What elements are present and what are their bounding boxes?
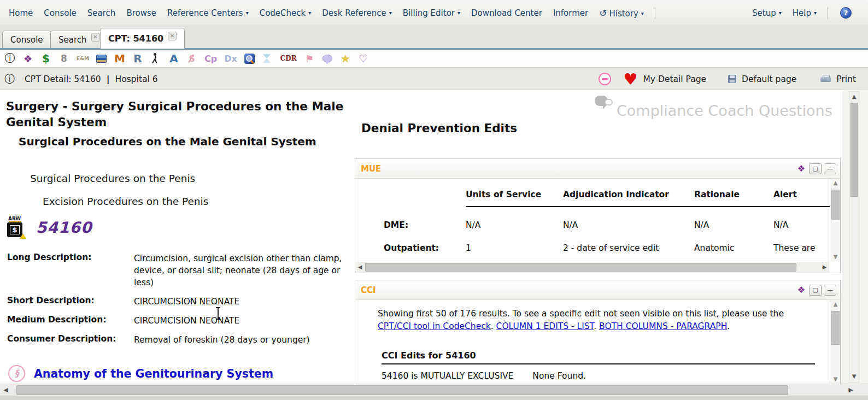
- puzzle-piece-icon[interactable]: ❖: [22, 52, 33, 65]
- quality-heart-icon[interactable]: ♡: [358, 52, 369, 65]
- maximize-panel-button[interactable]: ▢: [809, 163, 822, 174]
- scroll-left-icon[interactable]: ◀: [1, 384, 10, 396]
- section-heading: Surgical Procedures on the Male Genital …: [19, 134, 325, 149]
- cpt-cci-tool-link[interactable]: CPT/CCI tool in CodeCheck: [378, 321, 491, 331]
- scrollbar-thumb[interactable]: [851, 103, 858, 197]
- anatomy-icon[interactable]: §: [8, 365, 25, 382]
- puzzle-piece-icon[interactable]: ❖: [797, 163, 805, 174]
- tab-search[interactable]: Search: [50, 31, 108, 49]
- chevron-down-icon: ▾: [779, 10, 782, 16]
- table-cell: Anatomic: [694, 230, 773, 253]
- nav-desk-reference[interactable]: Desk Reference▾: [316, 8, 397, 18]
- table-cell: N/A: [694, 207, 773, 230]
- heart-favorite-icon[interactable]: ♥: [623, 74, 637, 85]
- scroll-up-icon[interactable]: ▲: [830, 300, 840, 309]
- collapse-all-icon[interactable]: [599, 73, 611, 85]
- tab-search-label: Search: [58, 35, 87, 45]
- info-icon[interactable]: ⓘ: [4, 52, 15, 65]
- global-days-walker-icon[interactable]: [150, 52, 161, 65]
- nav-browse[interactable]: Browse: [121, 8, 162, 18]
- page-vertical-scrollbar[interactable]: ▲ ▼: [849, 91, 859, 383]
- mue-panel: MUE ❖ ▢ — Units of Service Adjudication …: [355, 158, 841, 273]
- help-question-icon[interactable]: ?: [840, 7, 852, 19]
- mue-panel-body: Units of Service Adjudication Indicator …: [355, 179, 840, 273]
- scroll-down-icon[interactable]: ▼: [830, 375, 840, 384]
- info-icon[interactable]: ⓘ: [4, 72, 15, 86]
- nav-search[interactable]: Search: [82, 8, 121, 18]
- column-header: Rationale: [694, 190, 773, 207]
- mue-horizontal-scrollbar[interactable]: ◀ ▶: [355, 262, 829, 273]
- cci-vertical-scrollbar[interactable]: ▲ ▼: [830, 300, 840, 384]
- nav-reference-centers[interactable]: Reference Centers▾: [162, 8, 254, 18]
- scroll-right-icon[interactable]: ▶: [820, 262, 829, 273]
- flag-icon[interactable]: ⚑: [304, 52, 315, 65]
- cdr-icon[interactable]: CDR: [280, 52, 297, 65]
- rvu-icon[interactable]: R: [132, 52, 143, 65]
- scrub-edit-icon[interactable]: S: [186, 52, 197, 65]
- nav-home[interactable]: Home: [3, 8, 38, 18]
- default-page-button[interactable]: Default page: [742, 74, 796, 84]
- dx-crosswalk-icon[interactable]: Dx: [224, 52, 237, 65]
- tab-console[interactable]: Console: [2, 31, 51, 49]
- anesthesia-icon[interactable]: A: [168, 52, 179, 65]
- dollar-glyph: $: [10, 225, 19, 234]
- print-button[interactable]: Print: [836, 74, 856, 84]
- page-horizontal-scrollbar[interactable]: ◀ ▶: [0, 384, 868, 396]
- tab-cpt-54160[interactable]: CPT: 54160: [100, 28, 185, 49]
- code-links-icon[interactable]: 8: [58, 52, 69, 65]
- scroll-left-icon[interactable]: ◀: [355, 262, 365, 273]
- maximize-panel-button[interactable]: ▢: [809, 285, 822, 296]
- minimize-panel-button[interactable]: —: [824, 163, 836, 174]
- title-divider: |: [107, 74, 110, 84]
- scrollbar-thumb[interactable]: [16, 385, 788, 395]
- nav-codecheck[interactable]: CodeCheck▾: [254, 8, 317, 18]
- hourglass-icon[interactable]: [262, 52, 273, 65]
- scroll-down-icon[interactable]: ▼: [830, 252, 840, 262]
- cpt-code: 54160: [36, 219, 92, 237]
- em-assist-icon[interactable]: E&M: [77, 52, 89, 65]
- short-description-label: Short Description:: [7, 296, 134, 308]
- close-icon[interactable]: [91, 33, 100, 42]
- cci-edits-heading: CCI Edits for 54160: [382, 350, 476, 361]
- tab-cpt-54160-label: CPT: 54160: [108, 33, 163, 44]
- scrollbar-thumb[interactable]: [365, 263, 796, 272]
- scroll-up-icon[interactable]: ▲: [830, 179, 840, 188]
- magnifier-glyph: [244, 54, 255, 64]
- nav-billing-editor[interactable]: Billing Editor▾: [397, 8, 466, 18]
- comment-bubble-icon[interactable]: [322, 52, 333, 65]
- icon-toolbar: ⓘ ❖ $ 8 E&M M R A S Cp Dx CDR ⚑ ★ ♡: [0, 50, 868, 68]
- nav-download-center[interactable]: Download Center: [466, 8, 548, 18]
- scroll-right-icon[interactable]: ▶: [846, 384, 855, 396]
- medicare-icon[interactable]: M: [114, 52, 125, 65]
- mue-vertical-scrollbar[interactable]: ▲ ▼: [830, 179, 840, 262]
- column-1-edits-link[interactable]: COLUMN 1 EDITS - LIST: [496, 321, 594, 331]
- printer-icon[interactable]: [820, 75, 831, 83]
- nav-console[interactable]: Console: [38, 8, 82, 18]
- puzzle-piece-icon[interactable]: ❖: [797, 285, 805, 295]
- save-disk-icon[interactable]: [728, 75, 736, 83]
- scroll-up-icon[interactable]: ▲: [849, 92, 859, 102]
- abw-fee-icon[interactable]: ABW $: [7, 216, 27, 239]
- denial-prevention-title: Denial Prevention Edits: [361, 121, 517, 135]
- my-detail-page-button[interactable]: My Detail Page: [643, 74, 706, 84]
- nav-help[interactable]: Help▾: [787, 8, 822, 18]
- scrollbar-thumb[interactable]: [831, 190, 840, 220]
- nav-setup[interactable]: Setup▾: [747, 8, 787, 18]
- close-icon[interactable]: [168, 32, 177, 40]
- both-columns-paragraph-link[interactable]: BOTH COLUMNS - PARAGRAPH: [599, 321, 727, 331]
- chevron-down-icon: ▾: [389, 10, 392, 16]
- nav-informer[interactable]: Informer: [548, 8, 594, 18]
- fee-schedule-icon[interactable]: $: [40, 52, 51, 65]
- minimize-panel-button[interactable]: —: [824, 285, 836, 296]
- consumer-description-value: Removal of foreskin (28 days or younger): [134, 334, 346, 346]
- cp-crosswalk-icon[interactable]: Cp: [204, 52, 217, 65]
- scrollbar-thumb[interactable]: [831, 311, 840, 345]
- codecheck-search-icon[interactable]: [244, 52, 255, 65]
- scroll-down-icon[interactable]: ▼: [849, 372, 859, 381]
- favorites-star-icon[interactable]: ★: [340, 52, 351, 65]
- cci-panel-title: CCI: [361, 285, 376, 295]
- nav-history[interactable]: ↺History▾: [594, 8, 649, 19]
- lay-terms-books-icon[interactable]: [96, 52, 107, 65]
- text-cursor: [218, 308, 219, 319]
- anatomy-link[interactable]: Anatomy of the Genitourinary System: [34, 367, 273, 380]
